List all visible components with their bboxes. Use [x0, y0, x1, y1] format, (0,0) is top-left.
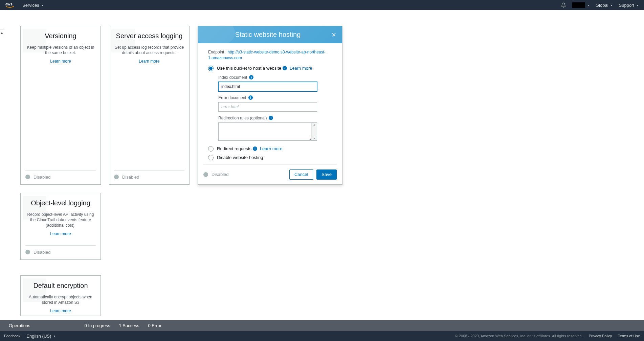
learn-more-link[interactable]: Learn more — [290, 66, 312, 71]
aws-logo-icon: aws — [5, 2, 16, 8]
card-object-level-logging[interactable]: Object-level logging Record object-level… — [20, 193, 101, 260]
status-dot-icon — [203, 172, 208, 177]
card-title: Versioning — [25, 32, 96, 40]
caret-down-icon: ▼ — [636, 4, 639, 6]
support-menu[interactable]: Support ▼ — [619, 3, 639, 8]
notifications-button[interactable] — [561, 2, 566, 8]
close-icon[interactable]: × — [332, 31, 336, 39]
info-icon[interactable]: i — [249, 75, 253, 79]
support-label: Support — [619, 3, 635, 8]
card-static-website-hosting: Static website hosting × Endpoint : http… — [198, 26, 342, 185]
top-nav: aws Services ▼ ▼ Global ▼ Support ▼ — [0, 0, 644, 10]
index-document-label: Index document — [218, 75, 247, 80]
card-title: Object-level logging — [25, 199, 96, 207]
info-icon[interactable]: i — [248, 95, 253, 100]
radio-redirect-requests[interactable] — [208, 146, 214, 152]
save-button[interactable]: Save — [316, 169, 337, 180]
account-menu[interactable]: ▼ — [572, 2, 590, 8]
status-dot-icon — [25, 250, 30, 254]
bell-icon — [561, 2, 566, 8]
learn-more-link[interactable]: Learn more — [114, 59, 184, 64]
learn-more-link[interactable]: Learn more — [260, 146, 282, 151]
caret-down-icon: ▼ — [587, 4, 590, 6]
services-menu[interactable]: Services ▼ — [22, 3, 44, 8]
endpoint-label: Endpoint : — [208, 50, 227, 54]
error-document-label: Error document — [218, 95, 246, 100]
caret-down-icon: ▼ — [610, 4, 613, 6]
caret-down-icon: ▼ — [41, 4, 44, 6]
region-label: Global — [596, 3, 608, 8]
card-default-encryption[interactable]: Default encryption Automatically encrypt… — [20, 275, 101, 316]
card-title: Static website hosting — [204, 31, 332, 39]
redirection-rules-label: Redirection rules (optional) — [218, 116, 267, 120]
status-dot-icon — [25, 175, 30, 179]
radio-label: Disable website hosting — [217, 155, 263, 160]
card-footer: Disabled — [25, 170, 96, 180]
card-active-header: Static website hosting × — [198, 26, 342, 43]
radio-label: Use this bucket to host a website — [217, 66, 281, 71]
radio-use-bucket-host[interactable] — [208, 66, 214, 71]
status-text: Disabled — [122, 175, 139, 180]
status-text: Disabled — [34, 175, 51, 180]
redirection-rules-input[interactable] — [219, 123, 311, 140]
services-label: Services — [22, 3, 39, 8]
status-dot-icon — [114, 175, 119, 179]
radio-disable-hosting[interactable] — [208, 155, 214, 160]
endpoint-row: Endpoint : http://s3-static-website-demo… — [208, 49, 332, 61]
scrollbar[interactable]: ▲ ▼ — [311, 123, 317, 140]
card-server-access-logging[interactable]: Server access logging Set up access log … — [109, 26, 190, 185]
card-description: Automatically encrypt objects when store… — [25, 294, 96, 305]
property-cards-row: Versioning Keep multiple versions of an … — [0, 10, 440, 275]
card-title: Server access logging — [114, 32, 184, 40]
region-menu[interactable]: Global ▼ — [596, 3, 613, 8]
card-description: Set up access log records that provide d… — [114, 45, 184, 55]
account-name-redacted — [572, 2, 585, 8]
card-description: Record object-level API activity using t… — [25, 212, 96, 228]
error-document-input[interactable] — [218, 102, 317, 112]
info-icon[interactable]: i — [253, 146, 257, 151]
scroll-up-icon: ▲ — [312, 123, 317, 126]
status-text: Disabled — [212, 172, 229, 177]
info-icon[interactable]: i — [269, 116, 273, 120]
info-icon[interactable]: i — [283, 66, 287, 70]
scroll-down-icon: ▼ — [312, 137, 317, 140]
card-versioning[interactable]: Versioning Keep multiple versions of an … — [20, 26, 101, 185]
sidebar-expander[interactable]: ▶ — [0, 29, 4, 37]
index-document-input[interactable] — [218, 82, 317, 91]
cancel-button[interactable]: Cancel — [289, 169, 313, 180]
svg-text:aws: aws — [5, 2, 13, 6]
learn-more-link[interactable]: Learn more — [25, 231, 96, 236]
card-description: Keep multiple versions of an object in t… — [25, 45, 96, 55]
learn-more-link[interactable]: Learn more — [25, 309, 96, 313]
card-title: Default encryption — [25, 282, 96, 290]
learn-more-link[interactable]: Learn more — [25, 59, 96, 64]
card-footer: Disabled — [114, 170, 184, 180]
aws-logo[interactable]: aws — [5, 2, 16, 8]
property-cards-row-2: Default encryption Automatically encrypt… — [0, 275, 644, 316]
status-text: Disabled — [34, 250, 51, 255]
card-active-footer: Disabled Cancel Save — [203, 164, 337, 184]
radio-label: Redirect requests — [217, 146, 251, 151]
card-footer: Disabled — [25, 245, 96, 255]
